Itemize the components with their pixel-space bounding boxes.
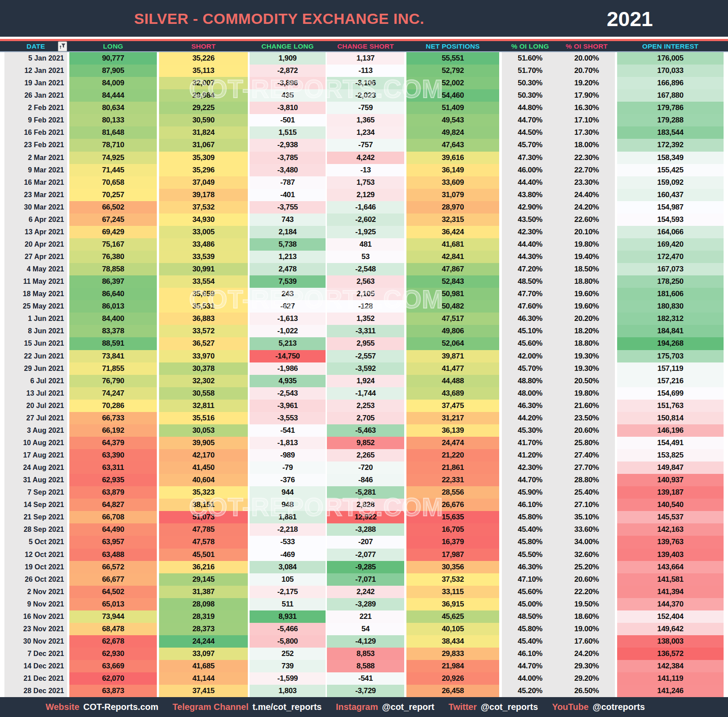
cell-pct_oi_short: 25.40%: [558, 486, 615, 499]
cell-long: 66,572: [69, 561, 157, 573]
cell-change_short: -3,311: [327, 325, 404, 337]
cell-net_positions: 28,556: [406, 486, 499, 499]
cell-date: 17 Aug 2021: [4, 449, 67, 461]
cell-net_positions: 24,474: [406, 437, 499, 449]
footer-item-instagram[interactable]: Instagram@cot_report: [336, 702, 434, 712]
column-header-label: % OI LONG: [511, 42, 549, 50]
cell-pct_oi_short: 20.60%: [558, 424, 615, 437]
cell-pct_oi_short: 18.20%: [558, 325, 615, 337]
cell-pct_oi_short: 27.40%: [558, 449, 615, 461]
cell-change_long: 435: [250, 89, 326, 102]
cell-pct_oi_short: 16.30%: [558, 102, 615, 114]
cell-pct_oi_short: 19.30%: [558, 350, 615, 362]
cell-short: 33,970: [159, 350, 248, 362]
column-header-change_short: CHANGE SHORT: [327, 41, 404, 51]
cell-change_short: 53: [327, 251, 404, 263]
cell-date: 2 Nov 2021: [4, 586, 67, 598]
cell-change_long: -2,218: [250, 523, 326, 536]
cell-pct_oi_short: 19.80%: [558, 387, 615, 400]
cell-short: 32,302: [159, 375, 248, 387]
cell-pct_oi_long: 44.80%: [502, 102, 558, 114]
footer-item-telegram-channel[interactable]: Telegram Channelt.me/cot_reports: [173, 702, 322, 712]
table-row: 4 May 202178,85830,9912,478-2,54847,8674…: [0, 263, 728, 275]
cell-pct_oi_long: 48.50%: [502, 610, 558, 623]
cell-pct_oi_long: 44.30%: [502, 251, 558, 263]
cell-pct_oi_short: 19.40%: [558, 251, 615, 263]
cell-long: 65,013: [69, 598, 157, 610]
cell-short: 32,007: [159, 77, 248, 89]
cell-open_interest: 154,987: [617, 201, 724, 214]
footer-item-value: @cot_reports: [481, 702, 538, 712]
cell-pct_oi_short: 19.80%: [558, 238, 615, 251]
column-header-short: SHORT: [159, 41, 248, 51]
table-row: 23 Feb 202178,71031,067-2,938-75747,6434…: [0, 139, 728, 151]
cell-short: 35,516: [159, 412, 248, 424]
cell-pct_oi_short: 17.60%: [558, 635, 615, 648]
cell-net_positions: 36,915: [406, 598, 499, 610]
cell-net_positions: 36,149: [406, 164, 499, 176]
cell-net_positions: 41,681: [406, 238, 499, 251]
filter-icon[interactable]: [58, 41, 67, 51]
cell-short: 30,991: [159, 263, 248, 275]
cell-short: 40,604: [159, 474, 248, 486]
cell-short: 30,590: [159, 114, 248, 126]
table-row: 6 Apr 202167,24534,930743-2,60232,31543.…: [0, 214, 728, 226]
cell-pct_oi_short: 19.20%: [558, 77, 615, 89]
table-row: 27 Apr 202176,38033,5391,2135342,84144.3…: [0, 251, 728, 263]
cell-change_short: -5,463: [327, 424, 404, 437]
cell-change_long: 1,881: [250, 511, 326, 523]
cell-short: 42,170: [159, 449, 248, 461]
cell-change_short: -3,288: [327, 523, 404, 536]
cell-short: 33,097: [159, 648, 248, 660]
cell-long: 66,192: [69, 424, 157, 437]
cell-open_interest: 157,119: [617, 362, 724, 375]
cell-change_long: -1,599: [250, 672, 326, 685]
table-row: 8 Jun 202183,37833,572-1,022-3,31149,806…: [0, 325, 728, 337]
cell-long: 63,390: [69, 449, 157, 461]
column-header-label: SHORT: [191, 42, 216, 50]
cell-open_interest: 179,288: [617, 114, 724, 126]
table-row: 30 Nov 202162,67824,244-5,800-4,12938,43…: [0, 635, 728, 648]
cell-date: 2 Mar 2021: [4, 152, 67, 164]
cell-short: 41,144: [159, 672, 248, 685]
cell-short: 47,578: [159, 536, 248, 548]
cell-long: 73,841: [69, 350, 157, 362]
cell-date: 2 Feb 2021: [4, 102, 67, 114]
cell-net_positions: 40,105: [406, 623, 499, 635]
cell-change_long: 252: [250, 648, 326, 660]
cell-change_long: -5,466: [250, 623, 326, 635]
footer-item-twitter[interactable]: Twitter@cot_reports: [448, 702, 538, 712]
cell-change_short: 4,242: [327, 152, 404, 164]
cell-short: 37,049: [159, 176, 248, 189]
cell-change_short: -113: [327, 65, 404, 77]
cell-long: 88,591: [69, 337, 157, 350]
column-header-pct_oi_short: % OI SHORT: [558, 41, 615, 51]
cell-net_positions: 39,871: [406, 350, 499, 362]
cell-short: 51,073: [159, 511, 248, 523]
cell-date: 15 Jun 2021: [4, 337, 67, 350]
footer-item-youtube[interactable]: YouTube@cotreports: [552, 702, 645, 712]
cell-short: 36,527: [159, 337, 248, 350]
cell-pct_oi_long: 45.70%: [502, 362, 558, 375]
cell-open_interest: 151,763: [617, 400, 724, 412]
cell-open_interest: 153,825: [617, 449, 724, 461]
cell-net_positions: 17,987: [406, 549, 499, 561]
cell-date: 28 Sep 2021: [4, 523, 67, 536]
cell-pct_oi_long: 45.90%: [502, 486, 558, 499]
cell-pct_oi_short: 26.50%: [558, 685, 615, 697]
cell-pct_oi_long: 46.10%: [502, 499, 558, 511]
cell-short: 35,309: [159, 152, 248, 164]
cell-short: 36,216: [159, 561, 248, 573]
footer-item-label: YouTube: [552, 702, 589, 712]
cell-net_positions: 21,861: [406, 461, 499, 474]
cell-long: 81,648: [69, 126, 157, 139]
cell-change_short: 2,105: [327, 288, 404, 300]
cell-short: 41,685: [159, 660, 248, 672]
cell-change_short: 1,137: [327, 52, 404, 65]
cell-open_interest: 167,880: [617, 89, 724, 102]
footer-item-website[interactable]: WebsiteCOT-Reports.com: [46, 702, 158, 712]
cell-net_positions: 51,409: [406, 102, 499, 114]
cell-long: 86,397: [69, 275, 157, 288]
cell-open_interest: 175,703: [617, 350, 724, 362]
cell-open_interest: 158,349: [617, 152, 724, 164]
